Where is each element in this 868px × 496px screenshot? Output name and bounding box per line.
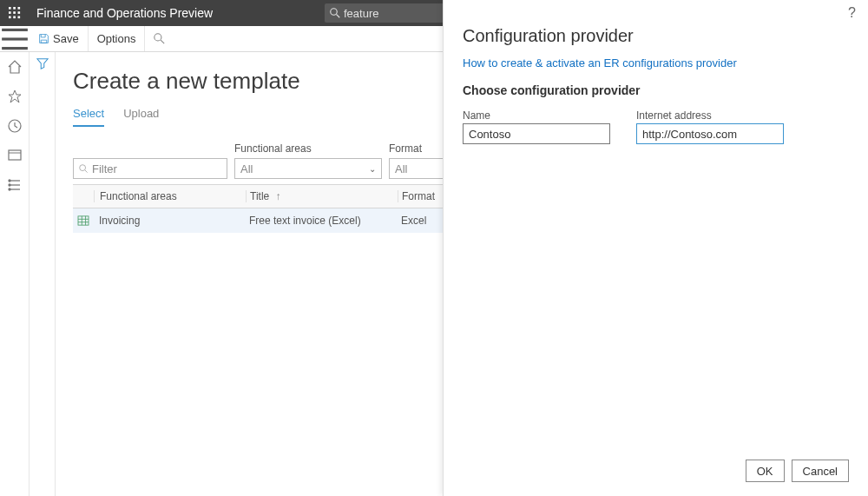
tab-upload[interactable]: Upload [123, 107, 159, 127]
svg-point-9 [331, 9, 338, 16]
svg-line-15 [161, 40, 165, 43]
app-title: Finance and Operations Preview [30, 6, 325, 20]
col-title-header[interactable]: Title ↑ [246, 190, 398, 202]
config-provider-panel: ? Configuration provider How to create &… [443, 0, 868, 496]
spacer [73, 142, 227, 156]
options-label: Options [97, 32, 136, 45]
search-text: feature [344, 7, 378, 20]
svg-rect-17 [9, 150, 21, 160]
svg-rect-27 [78, 215, 89, 224]
format-value: All [395, 162, 407, 175]
panel-subtitle: Choose configuration provider [463, 83, 849, 97]
cancel-button[interactable]: Cancel [792, 460, 849, 482]
filter-placeholder: Filter [92, 162, 117, 175]
svg-rect-7 [13, 17, 16, 19]
svg-point-22 [9, 180, 10, 182]
svg-rect-6 [9, 17, 11, 19]
svg-rect-5 [18, 11, 21, 14]
svg-rect-0 [9, 7, 11, 10]
panel-footer: OK Cancel [463, 447, 849, 496]
app-launcher-icon[interactable] [0, 0, 30, 26]
name-field[interactable] [463, 123, 610, 144]
recent-icon[interactable] [7, 118, 23, 134]
svg-rect-3 [9, 11, 11, 14]
help-icon[interactable]: ? [848, 5, 856, 21]
find-button[interactable] [145, 26, 174, 51]
chevron-down-icon: ⌄ [364, 164, 376, 174]
favorite-icon[interactable] [7, 89, 23, 104]
name-label: Name [463, 109, 610, 122]
panel-title: Configuration provider [463, 26, 849, 46]
svg-point-23 [9, 184, 10, 186]
svg-rect-8 [18, 17, 21, 19]
options-button[interactable]: Options [89, 26, 146, 51]
left-nav-rail [0, 52, 30, 496]
address-label: Internet address [636, 109, 784, 122]
save-button[interactable]: Save [30, 26, 89, 51]
search-icon [330, 8, 340, 18]
areas-value: All [240, 162, 253, 175]
svg-line-10 [337, 15, 340, 18]
filter-input[interactable]: Filter [73, 158, 227, 179]
search-icon [79, 164, 89, 174]
areas-label: Functional areas [234, 142, 382, 156]
sort-ascending-icon: ↑ [276, 190, 281, 202]
save-label: Save [53, 32, 79, 45]
cell-areas: Invoicing [94, 215, 246, 227]
svg-point-14 [155, 34, 161, 41]
areas-select[interactable]: All ⌄ [234, 158, 382, 179]
cell-title: Free text invoice (Excel) [246, 215, 398, 227]
panel-help-link[interactable]: How to create & activate an ER configura… [463, 56, 849, 69]
filter-column [30, 52, 56, 496]
workspace-icon[interactable] [7, 148, 23, 163]
hamburger-icon[interactable] [0, 26, 30, 52]
svg-rect-2 [18, 7, 21, 10]
svg-rect-4 [13, 11, 16, 14]
home-icon[interactable] [7, 59, 23, 75]
col-areas-header[interactable]: Functional areas [94, 190, 246, 202]
svg-rect-1 [13, 7, 16, 10]
tab-select[interactable]: Select [73, 107, 104, 127]
filter-funnel-icon[interactable] [36, 57, 49, 496]
col-title-label: Title [250, 190, 269, 202]
ok-button[interactable]: OK [746, 460, 785, 482]
save-icon [38, 33, 49, 44]
search-icon [154, 33, 165, 44]
svg-line-26 [85, 169, 88, 172]
svg-point-24 [9, 188, 10, 190]
row-type-icon [73, 215, 94, 226]
modules-icon[interactable] [7, 177, 23, 193]
address-field[interactable] [636, 123, 784, 144]
svg-point-25 [80, 164, 86, 170]
